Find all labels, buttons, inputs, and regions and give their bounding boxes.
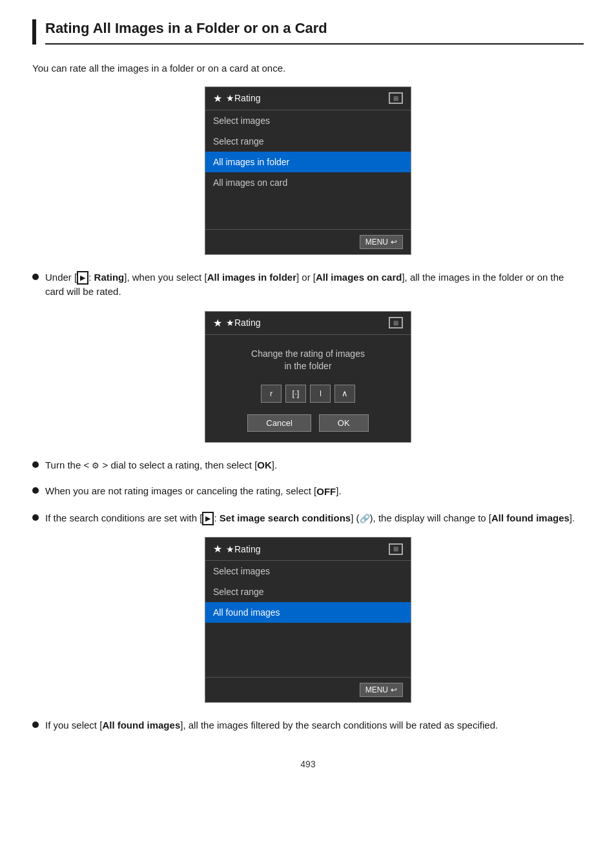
menu1-item-select-images[interactable]: Select images: [205, 110, 411, 131]
dialog-header-icon: ⊞: [389, 317, 403, 328]
bullet-5-text: If you select [All found images], all th…: [45, 718, 584, 733]
menu1-header: ★ ★Rating ⊞: [205, 87, 411, 110]
menu2-menu-label: MENU: [365, 685, 388, 694]
menu1-menu-button[interactable]: MENU ↩: [360, 235, 403, 249]
menu2-header-icon: ⊞: [389, 543, 403, 555]
bullet-1: Under [▶: Rating], when you select [All …: [32, 270, 584, 299]
bullet-1-text: Under [▶: Rating], when you select [All …: [45, 270, 584, 299]
bullet-3: When you are not rating images or cancel…: [32, 484, 584, 499]
menu2-item-select-images[interactable]: Select images: [205, 561, 411, 581]
dial-symbol: ⚙︎: [92, 461, 99, 470]
menu2-back-icon: ↩: [391, 685, 397, 694]
rating-controls: ｒ [·] ｌ ∧: [213, 385, 403, 403]
menu1-item-select-range[interactable]: Select range: [205, 131, 411, 152]
star-icon-dialog: ★: [213, 317, 222, 329]
dialog-title: ★Rating: [226, 318, 260, 328]
rating-up-btn[interactable]: ∧: [334, 385, 355, 403]
rating-prev-btn[interactable]: ｒ: [261, 385, 282, 403]
dialog-action-buttons: Cancel OK: [213, 414, 403, 432]
bullet-3-text: When you are not rating images or cancel…: [45, 484, 584, 499]
dialog-subtitle: Change the rating of images in the folde…: [213, 348, 403, 373]
bullet-5: If you select [All found images], all th…: [32, 718, 584, 733]
dialog-body: Change the rating of images in the folde…: [205, 335, 411, 442]
rating-dialog: ★ ★Rating ⊞ Change the rating of images …: [205, 311, 411, 443]
bullet-dot-4: [32, 514, 39, 521]
menu1-back-icon: ↩: [391, 237, 397, 247]
menu2-footer: MENU ↩: [205, 677, 411, 702]
menu2-item-select-range[interactable]: Select range: [205, 581, 411, 602]
bullet-2-text: Turn the < ⚙︎ > dial to select a rating,…: [45, 458, 584, 473]
page-title: Rating All Images in a Folder or on a Ca…: [45, 19, 584, 38]
bullet-dot-1: [32, 274, 39, 280]
menu-screenshot-2: ★ ★Rating ⊞ Select images Select range A…: [205, 537, 411, 703]
menu1-footer: MENU ↩: [205, 229, 411, 254]
bullet-dot-3: [32, 487, 39, 494]
page-number: 493: [32, 759, 584, 769]
menu1-item-all-folder[interactable]: All images in folder: [205, 152, 411, 172]
off-label: OFF: [316, 486, 336, 497]
intro-text: You can rate all the images in a folder …: [32, 63, 584, 74]
link-icon: 🔗: [360, 514, 370, 523]
page-title-section: Rating All Images in a Folder or on a Ca…: [32, 19, 584, 45]
menu2-empty-3: [205, 659, 411, 677]
menu1-item-all-card[interactable]: All images on card: [205, 172, 411, 193]
bullet-dot-2: [32, 461, 39, 468]
menu1-title: ★Rating: [226, 93, 260, 103]
menu1-header-icon: ⊞: [389, 92, 403, 104]
bullet-2: Turn the < ⚙︎ > dial to select a rating,…: [32, 458, 584, 473]
bullet-dot-5: [32, 722, 39, 728]
play-icon-2: ▶: [202, 512, 214, 525]
menu2-header: ★ ★Rating ⊞: [205, 538, 411, 561]
bullet-4-text: If the search conditions are set with [▶…: [45, 511, 584, 526]
menu1-menu-label: MENU: [365, 237, 388, 247]
menu2-menu-button[interactable]: MENU ↩: [360, 683, 403, 697]
rating-center-btn[interactable]: [·]: [285, 385, 306, 403]
dialog-ok-button[interactable]: OK: [319, 414, 369, 432]
menu2-title: ★Rating: [226, 544, 260, 554]
star-icon-1: ★: [213, 92, 222, 105]
menu1-empty-2: [205, 211, 411, 229]
menu2-item-all-found[interactable]: All found images: [205, 602, 411, 623]
menu2-empty-2: [205, 641, 411, 659]
rating-next-btn[interactable]: ｌ: [310, 385, 331, 403]
title-divider: [45, 43, 584, 45]
play-icon-1: ▶: [77, 271, 88, 285]
dialog-header: ★ ★Rating ⊞: [205, 312, 411, 335]
menu-screenshot-1: ★ ★Rating ⊞ Select images Select range A…: [205, 86, 411, 255]
menu1-empty-1: [205, 193, 411, 211]
menu2-empty-1: [205, 623, 411, 641]
dialog-cancel-button[interactable]: Cancel: [247, 414, 311, 432]
star-icon-2: ★: [213, 543, 222, 555]
bullet-4: If the search conditions are set with [▶…: [32, 511, 584, 526]
